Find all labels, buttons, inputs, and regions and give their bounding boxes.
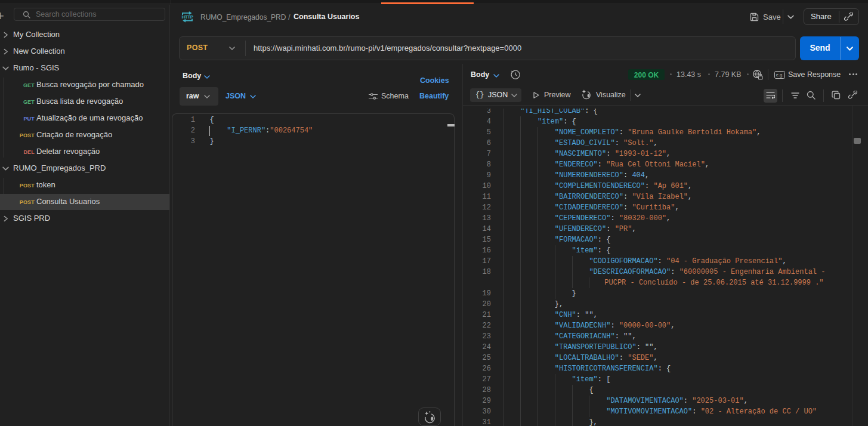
svg-text:HTTP: HTTP (181, 14, 193, 20)
